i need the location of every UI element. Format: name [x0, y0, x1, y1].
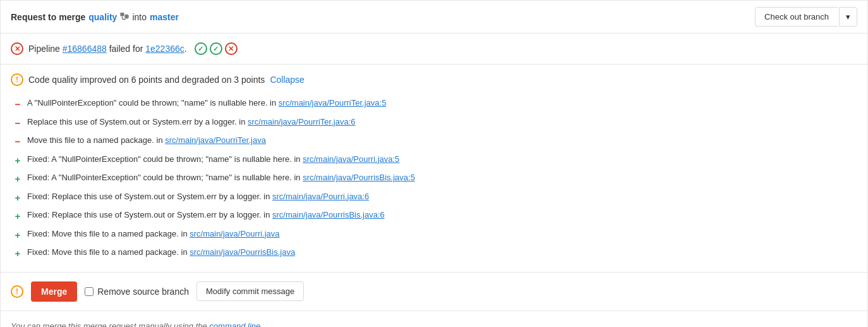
quality-list-item: +Fixed: Replace this use of System.out o…	[13, 207, 857, 226]
item-text: Fixed: Move this file to a named package…	[27, 246, 295, 259]
quality-list-item: −A "NullPointerException" could be throw…	[13, 95, 857, 114]
plus-indicator: +	[13, 228, 22, 243]
item-file-link[interactable]: src/main/java/Pourri.java:6	[272, 192, 369, 201]
item-text: A "NullPointerException" could be thrown…	[27, 97, 386, 109]
status-fail-icon: ✕	[225, 42, 238, 55]
checkout-dropdown-button[interactable]: ▾	[839, 7, 857, 27]
pipeline-link[interactable]: #16866488	[63, 44, 107, 54]
plus-indicator: +	[13, 247, 22, 261]
modify-commit-button[interactable]: Modify commit message	[196, 281, 304, 301]
merge-button[interactable]: Merge	[31, 281, 77, 302]
footer-section: You can merge this merge request manuall…	[1, 311, 867, 328]
item-text: Replace this use of System.out or System…	[27, 116, 356, 128]
quality-list-item: +Fixed: Move this file to a named packag…	[13, 226, 857, 245]
item-file-link[interactable]: src/main/java/Pourri.java:5	[303, 154, 399, 164]
item-text: Move this file to a named package. in sr…	[27, 134, 266, 147]
quality-list-item: +Fixed: Move this file to a named packag…	[13, 244, 857, 263]
remove-source-branch-label[interactable]: Remove source branch	[85, 287, 189, 297]
collapse-link[interactable]: Collapse	[270, 75, 304, 85]
quality-list-item: +Fixed: A "NullPointerException" could b…	[13, 151, 857, 170]
quality-items-list: −A "NullPointerException" could be throw…	[11, 95, 857, 263]
item-text: Fixed: Replace this use of System.out or…	[27, 209, 385, 221]
item-file-link[interactable]: src/main/java/Pourri.java	[190, 229, 279, 238]
merge-section: ! Merge Remove source branch Modify comm…	[1, 273, 867, 311]
item-text: Fixed: A "NullPointerException" could be…	[27, 171, 415, 184]
status-success-icon-1: ✓	[195, 42, 207, 55]
minus-indicator: −	[13, 135, 22, 149]
item-text: Fixed: Replace this use of System.out or…	[27, 190, 369, 203]
plus-indicator: +	[13, 191, 22, 206]
item-file-link[interactable]: src/main/java/PourrisBis.java:6	[272, 210, 385, 219]
item-file-link[interactable]: src/main/java/PourrisBis.java:5	[303, 173, 415, 182]
pipeline-text-middle: failed for	[107, 44, 145, 54]
chevron-down-icon: ▾	[846, 12, 850, 22]
command-line-link[interactable]: command line	[209, 321, 260, 328]
branch-icon	[120, 13, 129, 22]
minus-indicator: −	[13, 97, 22, 112]
remove-source-branch-text: Remove source branch	[97, 287, 189, 297]
header-left: Request to merge quality into master	[11, 12, 179, 22]
item-text: Fixed: Move this file to a named package…	[27, 228, 280, 240]
quality-list-item: −Move this file to a named package. in s…	[13, 132, 857, 151]
page-wrapper: Request to merge quality into master Che…	[0, 0, 868, 327]
item-file-link[interactable]: src/main/java/PourriTer.java:6	[248, 117, 356, 126]
plus-indicator: +	[13, 209, 22, 224]
request-to-merge-label: Request to merge	[11, 12, 85, 22]
item-file-link[interactable]: src/main/java/PourriTer.java:5	[279, 98, 387, 108]
status-success-icon-2: ✓	[210, 42, 222, 55]
quality-header: ! Code quality improved on 6 points and …	[11, 73, 857, 86]
quality-list-item: +Fixed: A "NullPointerException" could b…	[13, 170, 857, 188]
pipeline-fail-icon: ✕	[11, 42, 23, 55]
pipeline-text: Pipeline #16866488 failed for 1e22366c.	[28, 44, 187, 54]
header-right: Check out branch ▾	[755, 7, 857, 27]
plus-indicator: +	[13, 154, 22, 168]
item-text: Fixed: A "NullPointerException" could be…	[27, 153, 399, 166]
quality-list-item: +Fixed: Replace this use of System.out o…	[13, 188, 857, 207]
quality-warning-icon: !	[11, 73, 23, 86]
minus-indicator: −	[13, 116, 22, 131]
plus-indicator: +	[13, 172, 22, 187]
checkout-button[interactable]: Check out branch	[755, 7, 838, 27]
item-file-link[interactable]: src/main/java/PourrisBis.java	[190, 247, 295, 257]
commit-link[interactable]: 1e22366c	[145, 44, 184, 54]
quality-description: Code quality improved on 6 points and de…	[28, 75, 265, 85]
pipeline-text-prefix: Pipeline	[28, 44, 63, 54]
quality-list-item: −Replace this use of System.out or Syste…	[13, 114, 857, 133]
merge-warning-icon: !	[11, 285, 23, 298]
pipeline-text-suffix: .	[184, 44, 187, 54]
status-icons: ✓ ✓ ✕	[195, 42, 238, 55]
remove-source-branch-checkbox[interactable]	[85, 287, 93, 296]
quality-section: ! Code quality improved on 6 points and …	[1, 65, 867, 273]
footer-text-before: You can merge this merge request manuall…	[11, 321, 209, 328]
target-branch-name: master	[150, 12, 179, 22]
header: Request to merge quality into master Che…	[1, 1, 867, 34]
pipeline-section: ✕ Pipeline #16866488 failed for 1e22366c…	[1, 34, 867, 65]
item-file-link[interactable]: src/main/java/PourriTer.java	[165, 135, 266, 145]
into-label: into	[132, 12, 147, 22]
source-branch-name: quality	[88, 12, 117, 22]
